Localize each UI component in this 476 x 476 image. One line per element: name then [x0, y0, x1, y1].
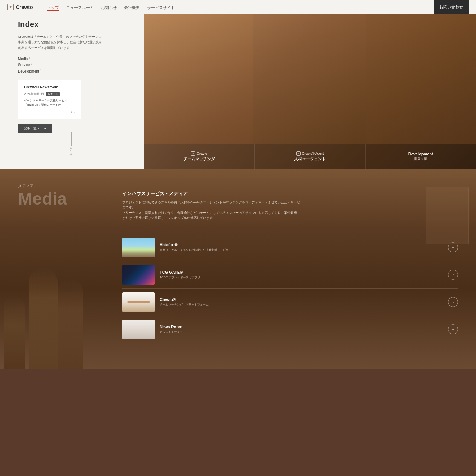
media-title-en: Media: [18, 190, 101, 207]
char-mid: [253, 0, 366, 144]
service-card-agent[interactable]: ✦ Crewto® Agent 人材エージェント: [255, 144, 365, 169]
nav-item-service[interactable]: サービスサイト: [147, 4, 175, 10]
agent-icon: ✦: [296, 151, 301, 156]
crewto-icon: ✦: [191, 151, 195, 156]
illustration-bg: ✦ Crewto チームマッチング ✦ Crewto® Agent 人材エージェ…: [144, 0, 476, 169]
nav-link-newsroom[interactable]: ニュースルーム: [66, 5, 94, 10]
media-thumb-hafuri: [122, 238, 155, 257]
agent-brand: Crewto® Agent: [302, 152, 324, 155]
btn-arrow-icon: →: [43, 126, 47, 131]
tcg-sub: TCGコアプレイヤー向けアプリ: [160, 275, 443, 279]
media-item-hafuri[interactable]: Hatafuri® 企業サークル・イベントに特化した活動支援サービス →: [122, 234, 458, 261]
nav-link-company[interactable]: 会社概要: [124, 5, 140, 10]
news-nav: ‹ ›: [24, 110, 75, 114]
service-card-crewto[interactable]: ✦ Crewto チームマッチング: [144, 144, 255, 169]
hafuri-art: [122, 238, 155, 257]
dev-service-sub: 開発支援: [414, 157, 427, 161]
char-right: [366, 0, 476, 144]
contact-button[interactable]: お問い合わせ: [434, 0, 469, 14]
media-section-title: インハウスサービス・メディア: [122, 191, 458, 197]
agent-logo: ✦ Crewto® Agent: [296, 151, 324, 156]
logo-icon: ✦: [7, 4, 14, 10]
crewto-art: [122, 292, 155, 312]
media-items: Hatafuri® 企業サークル・イベントに特化した活動支援サービス → TCG…: [122, 234, 458, 343]
news-article-text: イベント＆サークル支援サービス「HataFuri」開催レポート#4: [24, 99, 75, 107]
hafuri-sub: 企業サークル・イベントに特化した活動支援サービス: [160, 248, 443, 252]
left-panel: Index Crewetoは「チーム」と「企業」のマッチングをテーマに、事業を通…: [0, 0, 144, 169]
nav-item-top[interactable]: トップ: [47, 4, 59, 10]
tcg-name: TCG GATE®: [160, 270, 443, 274]
media-divider: [122, 228, 458, 228]
media-info-hafuri: Hatafuri® 企業サークル・イベントに特化した活動支援サービス: [160, 243, 443, 252]
news-date: 2024年10月8日: [24, 92, 44, 96]
newsroom-media-name: News Room: [160, 325, 443, 329]
news-card-header: Crewto® Newsroom: [24, 85, 75, 89]
nav-item-oshirase[interactable]: お知らせ: [101, 4, 117, 10]
crewto-brand: Crewto: [197, 152, 207, 155]
news-card: Crewto® Newsroom 2024年10月8日 レポート イベント＆サー…: [18, 80, 81, 119]
agent-service-name: 人材エージェント: [294, 156, 326, 162]
media-left-panel: メディア Media: [0, 169, 108, 369]
crewto-service-name: チームマッチング: [183, 156, 215, 162]
link-media[interactable]: Media 4: [18, 56, 133, 61]
crewto-media-name: Crewto®: [160, 297, 443, 302]
crewto-media-sub: チームマッチング・プラットフォーム: [160, 303, 443, 307]
media-item-tcg[interactable]: TCG GATE® TCGコアプレイヤー向けアプリ →: [122, 261, 458, 289]
hafuri-name: Hatafuri®: [160, 243, 443, 247]
newsroom-art: [122, 320, 155, 339]
navbar: ✦ Crewto トップ ニュースルーム お知らせ 会社概要 サービスサイト お…: [0, 0, 476, 14]
media-item-crewto[interactable]: Crewto® チームマッチング・プラットフォーム →: [122, 289, 458, 316]
section-media: メディア Media インハウスサービス・メディア プロジェクトに対応できるスキ…: [0, 169, 476, 369]
section-top: ✦ Crewto トップ ニュースルーム お知らせ 会社概要 サービスサイト お…: [0, 0, 476, 169]
nav-list: トップ ニュースルーム お知らせ 会社概要 サービスサイト: [47, 4, 434, 10]
dev-service-name: Development: [408, 152, 433, 156]
char-left: [144, 0, 253, 144]
all-articles-label: 記事一覧へ: [24, 126, 40, 131]
news-prev-icon[interactable]: ‹: [71, 110, 72, 114]
service-cards-overlay: ✦ Crewto チームマッチング ✦ Crewto® Agent 人材エージェ…: [144, 144, 476, 169]
news-badge: レポート: [46, 92, 60, 96]
nav-item-company[interactable]: 会社概要: [124, 4, 140, 10]
index-desc: Crewetoは「チーム」と「企業」のマッチングをテーマに、事業を通じ新たな価値…: [18, 34, 133, 51]
media-section-desc: プロジェクトに対応できるスキルを持つ人材をCrewtoのエージェントがマッチング…: [122, 200, 302, 221]
scroll-indicator: Scroll: [70, 132, 73, 158]
newsroom-media-sub: オウンドメディア: [160, 330, 443, 334]
media-info-tcg: TCG GATE® TCGコアプレイヤー向けアプリ: [160, 270, 443, 279]
right-panel: ✦ Crewto チームマッチング ✦ Crewto® Agent 人材エージェ…: [144, 0, 476, 169]
crewto-bar: [127, 301, 150, 303]
scroll-line: [71, 132, 72, 146]
media-title-jp: メディア: [18, 183, 101, 189]
service-card-dev[interactable]: Development 開発支援: [366, 144, 476, 169]
nav-link-service[interactable]: サービスサイト: [147, 5, 175, 10]
media-thumb-tcg: [122, 265, 155, 285]
tcg-art: [122, 265, 155, 285]
media-info-newsroom: News Room オウンドメディア: [160, 325, 443, 334]
link-development[interactable]: Development 1: [18, 69, 133, 73]
media-info-crewto: Crewto® チームマッチング・プラットフォーム: [160, 297, 443, 307]
media-item-newsroom[interactable]: News Room オウンドメディア →: [122, 316, 458, 343]
link-service[interactable]: Service 1: [18, 63, 133, 67]
board-decor: [411, 180, 476, 369]
nav-link-top[interactable]: トップ: [47, 5, 59, 11]
crewto-logo: ✦ Crewto: [191, 151, 207, 156]
scroll-label: Scroll: [70, 147, 73, 158]
media-thumb-newsroom: [122, 320, 155, 339]
newsroom-title: Crewto® Newsroom: [24, 85, 58, 89]
news-next-icon[interactable]: ›: [74, 110, 75, 114]
logo[interactable]: ✦ Crewto: [7, 4, 33, 10]
nav-link-oshirase[interactable]: お知らせ: [101, 5, 117, 10]
board-panel: [426, 187, 469, 244]
media-thumb-crewto: [122, 292, 155, 312]
index-links: Media 4 Service 1 Development 1: [18, 56, 133, 73]
news-date-row: 2024年10月8日 レポート: [24, 92, 75, 96]
nav-item-newsroom[interactable]: ニュースルーム: [66, 4, 94, 10]
index-title: Index: [18, 20, 133, 29]
all-articles-button[interactable]: 記事一覧へ →: [18, 124, 52, 133]
logo-text: Crewto: [16, 4, 33, 10]
